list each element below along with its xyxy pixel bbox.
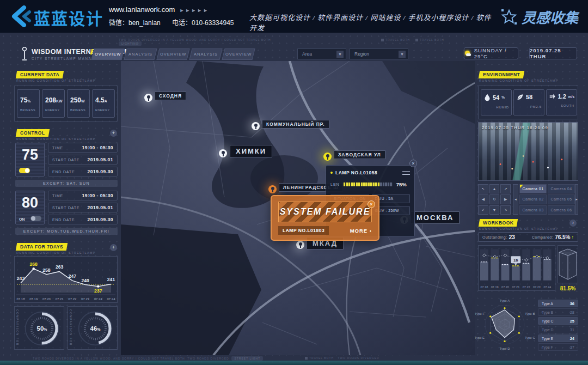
tab-analysis-1[interactable]: ANALYSIS: [124, 48, 157, 60]
pm25-card: 58 PM2.5: [513, 89, 544, 115]
svg-text:263: 263: [56, 264, 64, 270]
dashboard: TWO ROADS DIVERGED IN A YELLOW WOOD, AND…: [0, 33, 588, 365]
workbook-next-button[interactable]: ›: [569, 220, 577, 227]
environment-label: ENVIRONMENT: [479, 71, 525, 78]
map-label-kommunalny[interactable]: КОММУНАЛЬНЫЙ ПР.: [262, 120, 329, 129]
leaf-icon: [517, 93, 524, 101]
type-e-row[interactable]: Type E24: [538, 334, 578, 342]
map-label-moskva[interactable]: МОСКВА: [411, 211, 460, 224]
control-group1-toggle[interactable]: [19, 168, 30, 173]
lamp-marker-warning[interactable]: [323, 153, 332, 161]
outstanding-value: 23: [509, 234, 515, 240]
map-label-khimki[interactable]: ХИМКИ: [230, 145, 272, 157]
control-subtitle: RUNNING CONDITION OF STREETLAMP: [16, 137, 96, 141]
svg-text:07.19: 07.19: [29, 297, 38, 301]
lamp-marker[interactable]: [144, 94, 152, 102]
lbn-progressbar[interactable]: [343, 182, 393, 187]
lamp-marker[interactable]: [219, 149, 227, 157]
camera-04-button[interactable]: Camera 04: [548, 184, 575, 193]
map-label-shodnya[interactable]: СХОДНЯ: [155, 92, 186, 100]
logo-text: 蓝蓝设计: [34, 5, 103, 29]
end-date-field[interactable]: END DATE2019.09.30: [48, 215, 118, 224]
decor-text-top2: TRAVEL BOTH TRAVEL BOTH: [381, 38, 444, 41]
camera-next-button[interactable]: ▸: [575, 184, 578, 215]
time-field[interactable]: TIME19:00 - 05:30: [48, 191, 118, 200]
svg-text:07.24: 07.24: [94, 297, 103, 301]
type-f-row[interactable]: Type F37: [538, 343, 578, 351]
type-c-row[interactable]: Type C25: [538, 317, 578, 325]
sun-cloud-icon: [464, 50, 471, 57]
lanlan-logo-icon: [8, 5, 32, 27]
area-select[interactable]: Area▼: [297, 48, 346, 59]
reset-view-button[interactable]: ↻: [489, 194, 500, 204]
type-d-row[interactable]: Type D31: [538, 326, 578, 333]
camera-01-button[interactable]: Camera 01: [519, 184, 547, 193]
add-control-button[interactable]: +: [110, 130, 117, 137]
pan-right-button[interactable]: ▶: [500, 194, 511, 204]
gauge-value: 46: [90, 325, 97, 332]
droplet-icon: [484, 93, 491, 101]
current-data-cards: 75% BRINESS 208KW ENERGY 250W BRINESS 4.…: [14, 86, 118, 121]
camera-05-button[interactable]: Camera 05: [548, 194, 575, 204]
city-map[interactable]: СХОДНЯ КОММУНАЛЬНЫЙ ПР. ХИМКИ ЗАВОДСКАЯ …: [121, 61, 475, 355]
website-link[interactable]: www.lanlanwork.com►►►►►: [109, 5, 209, 14]
data7-expand-button[interactable]: +: [110, 244, 117, 251]
decor-text-bottom2: TRAVEL BOTH TWO ROADS DIVERGED: [305, 356, 379, 360]
decor-text-top: TWO ROADS DIVERGED IN A YELLOW WOOD, AND…: [119, 38, 298, 46]
camera-06-button[interactable]: Camera 06: [548, 205, 575, 215]
tab-overview-1[interactable]: OVERVIEW: [91, 48, 124, 60]
lbn-value: 75%: [396, 181, 407, 187]
end-date-field[interactable]: END DATE2019.09.30: [48, 167, 118, 177]
camera-02-button[interactable]: Camera 02: [519, 194, 547, 204]
lamp-marker-failure[interactable]: [268, 185, 277, 193]
screen: 蓝蓝设计 www.lanlanwork.com►►►►► 微信：ben_lanl…: [0, 0, 588, 365]
camera-prev-button[interactable]: ◂: [513, 184, 518, 215]
camera-03-button[interactable]: Camera 03: [519, 205, 547, 215]
tab-overview-2[interactable]: OVERVIEW: [156, 48, 189, 60]
svg-text:07.20: 07.20: [42, 297, 51, 301]
control-group2-toggle[interactable]: [30, 216, 41, 221]
date-text: 2019.07.25 THUR: [530, 47, 577, 59]
camera-timestamp: 2019.07.25 THUR 18:26:09: [482, 125, 548, 130]
tab-analysis-2[interactable]: ANALYSIS: [189, 48, 222, 60]
lamp-marker[interactable]: [296, 241, 304, 249]
start-date-field[interactable]: START DATE2019.05.01: [48, 155, 118, 165]
map-label-zavodskaya[interactable]: ЗАВОДСКАЯ УЛ: [334, 150, 385, 159]
more-button[interactable]: MORE ›: [350, 228, 372, 234]
camera-dpad: ↖ ▲ ↗ ◀ ↻ ▶ ↙ ▼ ↘: [478, 184, 511, 215]
workbook-subtitle: RUNNING CONDITION OF STREETLAMP: [479, 227, 559, 230]
type-b-row[interactable]: Type B28: [538, 308, 578, 316]
time-field[interactable]: TIME19:00 - 05:30: [48, 143, 118, 153]
inspiration-collect-link[interactable]: 灵感收集: [501, 7, 578, 27]
sliders-icon[interactable]: [402, 171, 410, 175]
pan-down-right-button[interactable]: ↘: [500, 205, 511, 215]
except-bar-2: EXCEPT: MON,TUE,WED,THUR,FRI: [15, 228, 118, 235]
svg-text:Type B: Type B: [525, 312, 535, 315]
control-label: CONTROL: [16, 129, 50, 137]
workbook-bar-chart: 1607.1807.1907.2007.2107.2207.2307.24: [478, 245, 555, 291]
pan-left-button[interactable]: ◀: [478, 194, 488, 204]
camera-feed[interactable]: 2019.07.25 THUR 18:26:09: [478, 122, 578, 181]
region-select[interactable]: Region▼: [350, 48, 408, 59]
services-text: 大数据可视化设计 / 软件界面设计 / 网站建设 / 手机及小程序设计 / 软件…: [249, 12, 494, 33]
svg-text:Type F: Type F: [475, 312, 485, 315]
pan-down-left-button[interactable]: ↙: [478, 205, 488, 215]
type-a-row[interactable]: Type A36: [538, 300, 578, 307]
pan-up-button[interactable]: ▲: [489, 184, 500, 193]
svg-text:247: 247: [69, 273, 77, 279]
current-data-subtitle: RUNNING CONDITION OF STREETLAMP: [16, 79, 96, 82]
pan-down-button[interactable]: ▼: [489, 205, 500, 215]
close-icon[interactable]: ×: [367, 200, 375, 208]
stat-briness-w: 250W BRINESS: [67, 89, 90, 118]
svg-text:07.18: 07.18: [480, 285, 488, 289]
lamp-marker[interactable]: [252, 122, 260, 130]
svg-text:07.20: 07.20: [501, 285, 509, 289]
close-icon[interactable]: ×: [409, 160, 417, 167]
svg-text:Type A: Type A: [500, 299, 510, 302]
svg-text:258: 258: [42, 267, 51, 273]
seven-day-line-chart: 24326825826324724023724107.1807.1907.200…: [14, 256, 118, 303]
pan-up-right-button[interactable]: ↗: [500, 184, 511, 193]
tab-overview-3[interactable]: OVERVIEW: [222, 48, 255, 60]
pan-up-left-button[interactable]: ↖: [478, 184, 488, 193]
start-date-field[interactable]: START DATE2019.05.01: [48, 203, 118, 212]
